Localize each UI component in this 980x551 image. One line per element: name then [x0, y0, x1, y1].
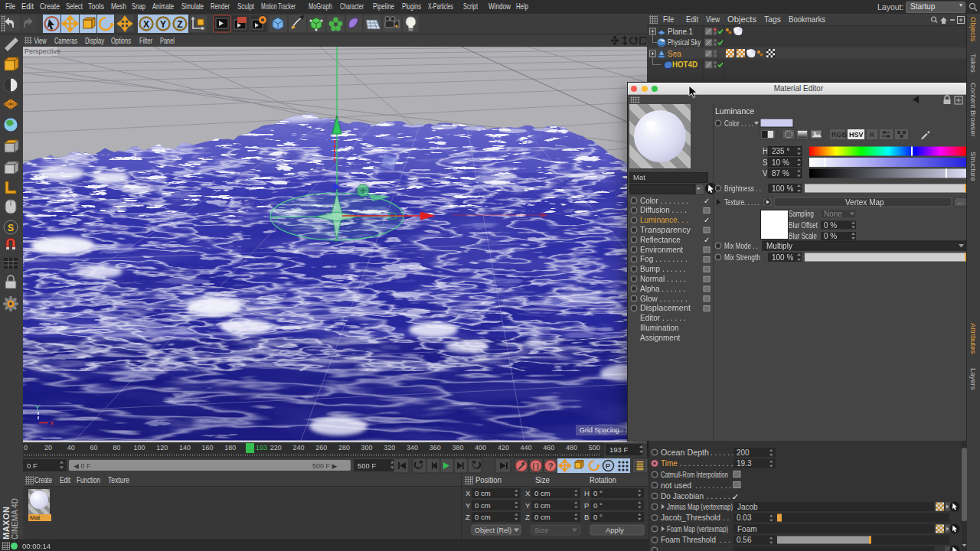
- svg-text:P: P: [584, 501, 589, 510]
- svg-text:Mix Strength: Mix Strength: [724, 253, 760, 261]
- svg-text:0 °: 0 °: [593, 513, 603, 521]
- svg-text:H: H: [584, 489, 590, 497]
- svg-text:Do Jacobian: Do Jacobian: [661, 492, 704, 500]
- svg-text:Blur Scale: Blur Scale: [789, 232, 817, 240]
- svg-text:?: ?: [548, 461, 554, 471]
- svg-text:Jacob: Jacob: [737, 503, 758, 511]
- svg-text:Size: Size: [534, 526, 548, 534]
- svg-text:Ocean Depth: Ocean Depth: [661, 448, 709, 457]
- svg-text:Texture. . . . .: Texture. . . . .: [724, 198, 760, 207]
- svg-text:60: 60: [90, 444, 97, 452]
- svg-text:Edit: Edit: [686, 15, 698, 24]
- svg-text:Panel: Panel: [160, 36, 175, 45]
- svg-text:Normal . . . . .: Normal . . . . .: [640, 275, 686, 283]
- svg-text:Tags: Tags: [764, 15, 781, 24]
- svg-text:500: 500: [589, 444, 600, 452]
- svg-text:K: K: [870, 131, 875, 139]
- svg-text:X: X: [525, 489, 531, 497]
- svg-text:Alpha . . . . . .: Alpha . . . . . .: [640, 285, 685, 293]
- svg-text:100: 100: [133, 444, 145, 452]
- svg-text:Z: Z: [525, 513, 530, 521]
- svg-text:Plane.1: Plane.1: [668, 28, 693, 36]
- svg-text:0: 0: [24, 444, 28, 452]
- svg-text:Apply: Apply: [606, 526, 624, 534]
- svg-text:Plugins: Plugins: [402, 2, 421, 11]
- svg-text:Multiply: Multiply: [766, 242, 792, 250]
- svg-text:. . . . . . . . . . . . . .: . . . . . . . . . . . . . .: [680, 459, 737, 468]
- svg-text:HOT4D: HOT4D: [672, 60, 697, 69]
- svg-text:140: 140: [179, 444, 191, 452]
- svg-text:B: B: [584, 513, 589, 521]
- svg-text:300: 300: [361, 444, 373, 452]
- svg-text:RGB: RGB: [831, 131, 848, 139]
- svg-text:Foam: Foam: [737, 525, 757, 533]
- svg-text:S: S: [8, 223, 14, 233]
- svg-text:✓: ✓: [732, 492, 739, 501]
- svg-text:P: P: [606, 461, 611, 470]
- svg-text:Character: Character: [340, 2, 364, 11]
- svg-text:X: X: [143, 19, 149, 30]
- svg-text:220: 220: [270, 444, 282, 452]
- svg-text:0 %: 0 %: [824, 232, 837, 240]
- svg-text:Objects: Objects: [727, 15, 756, 24]
- svg-text:260: 260: [315, 444, 327, 452]
- svg-text:Size: Size: [535, 475, 550, 484]
- svg-text:Snap: Snap: [132, 2, 145, 11]
- svg-text:19.3: 19.3: [737, 459, 752, 468]
- svg-text:Vertex Map: Vertex Map: [845, 198, 884, 207]
- svg-text:Y: Y: [160, 19, 166, 30]
- svg-text:View: View: [34, 36, 47, 45]
- svg-text:None: None: [824, 210, 842, 218]
- svg-text:180: 180: [224, 444, 236, 452]
- svg-text:10 %: 10 %: [772, 158, 789, 167]
- svg-text:S: S: [763, 158, 768, 167]
- svg-text:File: File: [5, 2, 15, 11]
- svg-text:160: 160: [202, 444, 214, 452]
- svg-text:Edit: Edit: [21, 2, 34, 11]
- svg-text:HSV: HSV: [849, 131, 864, 139]
- svg-text:Luminance. . .: Luminance. . .: [640, 216, 688, 224]
- svg-text:0 °: 0 °: [593, 501, 603, 510]
- svg-text:Perspective: Perspective: [24, 47, 60, 55]
- svg-text:2: 2: [274, 216, 278, 223]
- svg-text:Y: Y: [525, 501, 531, 510]
- svg-text:View: View: [706, 15, 720, 24]
- svg-text:Tools: Tools: [88, 2, 104, 11]
- svg-text:0 cm: 0 cm: [534, 513, 550, 521]
- svg-text:87 %: 87 %: [772, 169, 789, 178]
- svg-text:Brightness . .: Brightness . .: [724, 184, 761, 193]
- svg-text:Illumination: Illumination: [640, 324, 679, 332]
- svg-text:Jminus Map (vertexmap): Jminus Map (vertexmap): [667, 503, 733, 511]
- svg-text:Color . . . . . . .: Color . . . . . . .: [640, 197, 688, 205]
- svg-text:Filter: Filter: [139, 36, 152, 45]
- svg-text:Y: Y: [466, 501, 471, 510]
- svg-text:240: 240: [292, 444, 304, 452]
- svg-text:0 cm: 0 cm: [534, 501, 550, 510]
- svg-text:( ): ( ): [533, 462, 540, 470]
- svg-text:380: 380: [452, 444, 463, 452]
- svg-text:100 %: 100 %: [772, 184, 793, 193]
- svg-text:360: 360: [430, 444, 441, 452]
- svg-text:. . . . . . .: . . . . . . .: [707, 492, 734, 500]
- svg-text:. . . . . .: . . . . . .: [710, 448, 734, 457]
- svg-text:Physical Sky: Physical Sky: [668, 38, 701, 47]
- svg-text:Assignment: Assignment: [640, 334, 680, 342]
- svg-text:0 cm: 0 cm: [475, 501, 491, 510]
- svg-text:. . . . . . . . . .: . . . . . . . . . .: [695, 481, 736, 490]
- svg-text:Displacement: Displacement: [640, 304, 691, 312]
- svg-text:Rotation: Rotation: [590, 475, 616, 484]
- svg-text:Sea: Sea: [668, 50, 681, 58]
- svg-text:Cameras: Cameras: [54, 36, 77, 45]
- svg-text:Sculpt: Sculpt: [237, 2, 254, 11]
- svg-text:✓: ✓: [704, 236, 710, 244]
- svg-text:Options: Options: [111, 36, 131, 45]
- svg-text:0 °: 0 °: [593, 489, 603, 497]
- svg-text:440: 440: [521, 444, 532, 452]
- svg-text:Motion Tracker: Motion Tracker: [261, 2, 296, 11]
- svg-text:Render: Render: [211, 2, 230, 11]
- svg-text:Reflectance: Reflectance: [640, 236, 681, 244]
- svg-text:400: 400: [475, 444, 486, 452]
- svg-text:0 cm: 0 cm: [475, 489, 491, 497]
- svg-text:V: V: [763, 169, 768, 178]
- svg-text:X: X: [466, 489, 471, 497]
